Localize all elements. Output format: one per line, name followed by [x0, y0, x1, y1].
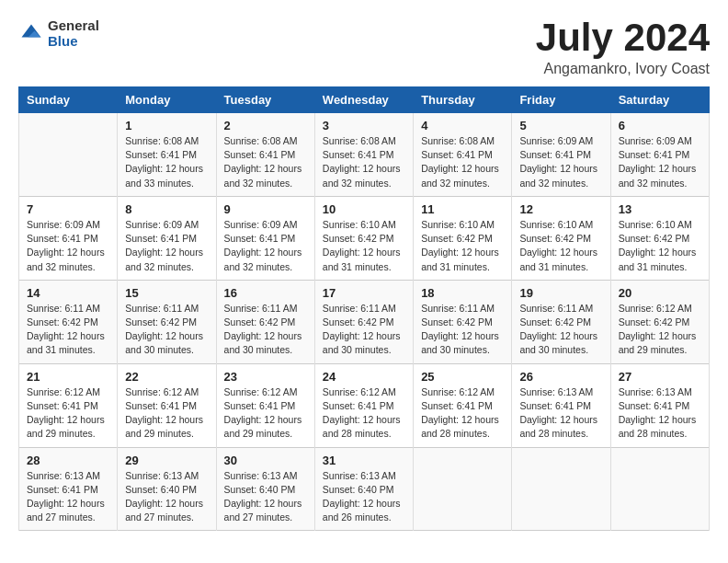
calendar-cell: 27Sunrise: 6:13 AM Sunset: 6:41 PM Dayli…	[610, 363, 709, 447]
logo: General Blue	[18, 18, 99, 49]
day-number: 21	[27, 370, 109, 384]
day-number: 28	[27, 454, 109, 467]
day-number: 22	[125, 370, 208, 384]
logo-text: General Blue	[48, 18, 99, 49]
day-number: 24	[323, 370, 405, 384]
day-info: Sunrise: 6:13 AM Sunset: 6:41 PM Dayligh…	[27, 469, 109, 525]
day-info: Sunrise: 6:10 AM Sunset: 6:42 PM Dayligh…	[323, 218, 405, 274]
calendar-cell: 29Sunrise: 6:13 AM Sunset: 6:40 PM Dayli…	[118, 447, 216, 531]
header-monday: Monday	[118, 87, 216, 113]
day-number: 15	[125, 286, 208, 300]
calendar-cell: 4Sunrise: 6:08 AM Sunset: 6:41 PM Daylig…	[414, 113, 512, 197]
week-row-4: 21Sunrise: 6:12 AM Sunset: 6:41 PM Dayli…	[19, 363, 710, 447]
calendar-cell: 1Sunrise: 6:08 AM Sunset: 6:41 PM Daylig…	[118, 113, 216, 197]
day-number: 20	[619, 286, 701, 300]
day-info: Sunrise: 6:11 AM Sunset: 6:42 PM Dayligh…	[27, 302, 109, 358]
month-title: July 2024	[536, 18, 710, 57]
header-row: SundayMondayTuesdayWednesdayThursdayFrid…	[19, 87, 710, 113]
day-info: Sunrise: 6:13 AM Sunset: 6:41 PM Dayligh…	[619, 385, 701, 442]
day-info: Sunrise: 6:09 AM Sunset: 6:41 PM Dayligh…	[619, 134, 701, 190]
day-number: 29	[125, 454, 208, 467]
location-title: Angamankro, Ivory Coast	[536, 61, 710, 77]
title-section: July 2024 Angamankro, Ivory Coast	[536, 18, 710, 77]
calendar-cell: 3Sunrise: 6:08 AM Sunset: 6:41 PM Daylig…	[314, 113, 413, 197]
page-header: General Blue July 2024 Angamankro, Ivory…	[18, 18, 710, 77]
day-info: Sunrise: 6:13 AM Sunset: 6:41 PM Dayligh…	[519, 385, 602, 442]
day-info: Sunrise: 6:13 AM Sunset: 6:40 PM Dayligh…	[125, 469, 208, 525]
day-number: 26	[519, 370, 602, 384]
day-info: Sunrise: 6:09 AM Sunset: 6:41 PM Dayligh…	[125, 218, 208, 274]
day-number: 13	[619, 202, 701, 216]
calendar-cell	[19, 113, 118, 197]
calendar-cell: 30Sunrise: 6:13 AM Sunset: 6:40 PM Dayli…	[216, 447, 314, 531]
calendar-cell: 17Sunrise: 6:11 AM Sunset: 6:42 PM Dayli…	[314, 280, 413, 363]
calendar-cell: 26Sunrise: 6:13 AM Sunset: 6:41 PM Dayli…	[512, 363, 610, 447]
day-info: Sunrise: 6:11 AM Sunset: 6:42 PM Dayligh…	[224, 302, 307, 358]
calendar-body: 1Sunrise: 6:08 AM Sunset: 6:41 PM Daylig…	[19, 113, 710, 531]
day-number: 5	[519, 119, 602, 132]
day-info: Sunrise: 6:11 AM Sunset: 6:42 PM Dayligh…	[323, 302, 405, 358]
day-number: 19	[519, 286, 602, 300]
week-row-1: 1Sunrise: 6:08 AM Sunset: 6:41 PM Daylig…	[19, 113, 710, 197]
header-saturday: Saturday	[610, 87, 709, 113]
day-number: 27	[619, 370, 701, 384]
day-info: Sunrise: 6:12 AM Sunset: 6:41 PM Dayligh…	[224, 385, 307, 442]
header-tuesday: Tuesday	[216, 87, 314, 113]
calendar-cell: 28Sunrise: 6:13 AM Sunset: 6:41 PM Dayli…	[19, 447, 118, 531]
calendar-cell: 5Sunrise: 6:09 AM Sunset: 6:41 PM Daylig…	[512, 113, 610, 197]
header-thursday: Thursday	[414, 87, 512, 113]
calendar-cell: 9Sunrise: 6:09 AM Sunset: 6:41 PM Daylig…	[216, 196, 314, 280]
calendar-cell	[414, 447, 512, 531]
day-number: 3	[323, 119, 405, 132]
calendar-cell: 8Sunrise: 6:09 AM Sunset: 6:41 PM Daylig…	[118, 196, 216, 280]
day-info: Sunrise: 6:10 AM Sunset: 6:42 PM Dayligh…	[421, 218, 504, 274]
day-number: 7	[27, 202, 109, 216]
day-number: 2	[224, 119, 307, 132]
day-info: Sunrise: 6:10 AM Sunset: 6:42 PM Dayligh…	[519, 218, 602, 274]
day-info: Sunrise: 6:09 AM Sunset: 6:41 PM Dayligh…	[27, 218, 109, 274]
calendar-cell	[610, 447, 709, 531]
day-number: 12	[519, 202, 602, 216]
day-number: 17	[323, 286, 405, 300]
header-friday: Friday	[512, 87, 610, 113]
day-info: Sunrise: 6:08 AM Sunset: 6:41 PM Dayligh…	[125, 134, 208, 190]
day-info: Sunrise: 6:12 AM Sunset: 6:41 PM Dayligh…	[421, 385, 504, 442]
day-number: 23	[224, 370, 307, 384]
header-wednesday: Wednesday	[314, 87, 413, 113]
day-info: Sunrise: 6:12 AM Sunset: 6:42 PM Dayligh…	[619, 302, 701, 358]
day-number: 4	[421, 119, 504, 132]
day-info: Sunrise: 6:08 AM Sunset: 6:41 PM Dayligh…	[323, 134, 405, 190]
day-info: Sunrise: 6:10 AM Sunset: 6:42 PM Dayligh…	[619, 218, 701, 274]
calendar-cell: 19Sunrise: 6:11 AM Sunset: 6:42 PM Dayli…	[512, 280, 610, 363]
calendar-cell: 7Sunrise: 6:09 AM Sunset: 6:41 PM Daylig…	[19, 196, 118, 280]
calendar-cell: 10Sunrise: 6:10 AM Sunset: 6:42 PM Dayli…	[314, 196, 413, 280]
day-number: 18	[421, 286, 504, 300]
day-number: 8	[125, 202, 208, 216]
calendar-cell: 18Sunrise: 6:11 AM Sunset: 6:42 PM Dayli…	[414, 280, 512, 363]
calendar-cell: 21Sunrise: 6:12 AM Sunset: 6:41 PM Dayli…	[19, 363, 118, 447]
day-info: Sunrise: 6:08 AM Sunset: 6:41 PM Dayligh…	[224, 134, 307, 190]
day-number: 10	[323, 202, 405, 216]
logo-blue-text: Blue	[48, 34, 99, 50]
calendar-cell: 23Sunrise: 6:12 AM Sunset: 6:41 PM Dayli…	[216, 363, 314, 447]
day-number: 31	[323, 454, 405, 467]
calendar-cell: 20Sunrise: 6:12 AM Sunset: 6:42 PM Dayli…	[610, 280, 709, 363]
day-number: 14	[27, 286, 109, 300]
calendar-cell: 22Sunrise: 6:12 AM Sunset: 6:41 PM Dayli…	[118, 363, 216, 447]
logo-icon	[18, 21, 44, 47]
day-number: 25	[421, 370, 504, 384]
day-number: 11	[421, 202, 504, 216]
calendar-cell: 2Sunrise: 6:08 AM Sunset: 6:41 PM Daylig…	[216, 113, 314, 197]
calendar-cell: 12Sunrise: 6:10 AM Sunset: 6:42 PM Dayli…	[512, 196, 610, 280]
calendar-cell: 6Sunrise: 6:09 AM Sunset: 6:41 PM Daylig…	[610, 113, 709, 197]
day-info: Sunrise: 6:13 AM Sunset: 6:40 PM Dayligh…	[224, 469, 307, 525]
day-info: Sunrise: 6:12 AM Sunset: 6:41 PM Dayligh…	[323, 385, 405, 442]
day-number: 30	[224, 454, 307, 467]
week-row-5: 28Sunrise: 6:13 AM Sunset: 6:41 PM Dayli…	[19, 447, 710, 531]
day-info: Sunrise: 6:09 AM Sunset: 6:41 PM Dayligh…	[224, 218, 307, 274]
calendar-cell	[512, 447, 610, 531]
calendar-cell: 24Sunrise: 6:12 AM Sunset: 6:41 PM Dayli…	[314, 363, 413, 447]
day-number: 16	[224, 286, 307, 300]
day-info: Sunrise: 6:11 AM Sunset: 6:42 PM Dayligh…	[421, 302, 504, 358]
day-number: 9	[224, 202, 307, 216]
